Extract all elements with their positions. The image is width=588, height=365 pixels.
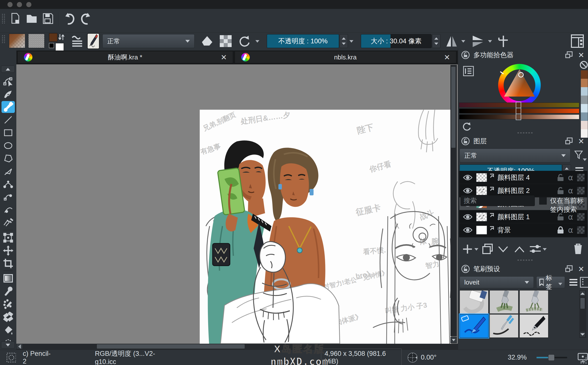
alpha-lock-icon[interactable]: α	[568, 225, 573, 235]
opacity-spinner[interactable]	[340, 34, 348, 48]
display-mode-icon[interactable]	[580, 277, 588, 288]
tab-document-2[interactable]: nbls.kra ✕	[235, 51, 456, 63]
move-layer-up-icon[interactable]	[514, 245, 525, 254]
tool-shape-select[interactable]	[1, 75, 15, 87]
open-document-button[interactable]	[26, 12, 38, 24]
float-docker-icon[interactable]	[565, 137, 573, 145]
unlock-icon[interactable]	[557, 187, 564, 194]
zoom-slider[interactable]	[537, 357, 567, 358]
saturation-bar[interactable]	[459, 108, 579, 113]
window-resize-grip[interactable]	[580, 357, 587, 364]
wrap-around-mode-button[interactable]	[497, 34, 510, 49]
inherit-alpha-icon[interactable]	[577, 174, 585, 181]
unlock-icon[interactable]	[557, 174, 564, 181]
color-history[interactable]	[581, 70, 588, 138]
layer-thumbnail[interactable]	[476, 186, 487, 195]
toolbar-drag-handle[interactable]	[2, 14, 5, 24]
layers-header[interactable]: 图层 ✕	[458, 135, 588, 148]
window-minimize-button[interactable]	[17, 2, 22, 7]
foreground-color-swatch[interactable]	[49, 33, 57, 42]
tag-filter-dropdown[interactable]: loveit	[460, 276, 534, 288]
close-docker-icon[interactable]: ✕	[578, 265, 584, 273]
vertical-scrollbar-handle[interactable]	[451, 66, 456, 148]
layer-visibility-icon[interactable]	[463, 226, 473, 234]
chevron-down-icon[interactable]	[461, 40, 465, 43]
opacity-slider[interactable]: 不透明度 : 100%	[267, 34, 339, 48]
history-swatch[interactable]	[581, 96, 588, 104]
color-triangle-cursor[interactable]	[518, 72, 524, 78]
layer-filter-icon[interactable]	[574, 151, 583, 159]
horizontal-scrollbar-handle[interactable]	[97, 344, 245, 349]
layer-row[interactable]: 颜料图层 4α	[459, 171, 587, 184]
eraser-mode-button[interactable]	[201, 36, 213, 47]
scroll-down-button[interactable]	[450, 337, 457, 343]
preset-scrollbar[interactable]	[579, 290, 586, 338]
preset-mechanical-pencil[interactable]	[490, 314, 518, 338]
selection-mode-icon[interactable]	[6, 353, 16, 363]
mirror-vertical-button[interactable]	[471, 35, 485, 48]
search-scope-checkbox[interactable]	[539, 197, 547, 205]
tool-freehand-brush[interactable]	[1, 101, 15, 113]
preset-search-input[interactable]	[461, 195, 535, 206]
tool-transform[interactable]	[1, 232, 15, 244]
rotation-angle-label[interactable]: 0.00°	[421, 354, 436, 361]
canvas-image[interactable]: 兄弟,别翻页 有急事 处刑日&……夕 陛下 支持一) 反对+3 你仔看 征服卡 …	[200, 110, 451, 344]
unlock-icon[interactable]	[557, 213, 564, 221]
layer-thumbnail[interactable]	[476, 226, 487, 235]
toolbox-scroll-down-button[interactable]	[1, 341, 15, 349]
tool-gradient[interactable]	[1, 272, 15, 284]
zoom-slider-handle[interactable]	[548, 354, 555, 361]
redo-button[interactable]	[80, 12, 92, 25]
chevron-down-icon[interactable]	[474, 248, 478, 251]
window-close-button[interactable]	[7, 2, 13, 7]
brush-presets-header[interactable]: 笔刷预设 ✕	[458, 262, 588, 275]
tool-bezier-curve[interactable]	[1, 178, 15, 190]
unlock-icon[interactable]	[461, 51, 470, 59]
close-docker-icon[interactable]: ✕	[578, 137, 584, 146]
layer-row[interactable]: 背景α	[459, 224, 587, 236]
layer-properties-icon[interactable]	[529, 244, 541, 254]
no-color-icon[interactable]	[579, 60, 588, 69]
tool-line[interactable]	[1, 114, 15, 126]
preset-scrollbar-handle[interactable]	[580, 298, 585, 309]
alpha-lock-icon[interactable]: α	[568, 173, 573, 182]
window-zoom-button[interactable]	[26, 2, 31, 7]
gradient-chooser[interactable]	[9, 34, 25, 48]
close-tab-icon[interactable]: ✕	[444, 53, 450, 62]
tool-rectangle[interactable]	[1, 127, 15, 139]
history-swatch[interactable]	[581, 104, 588, 112]
foreground-background-colors[interactable]	[49, 33, 64, 49]
workspace-chooser-button[interactable]	[571, 34, 584, 48]
new-document-button[interactable]	[10, 12, 21, 24]
float-docker-icon[interactable]	[565, 51, 573, 59]
picker-settings-icon[interactable]	[463, 66, 474, 77]
mirror-horizontal-button[interactable]	[445, 35, 458, 48]
update-color-icon[interactable]	[462, 122, 471, 132]
size-spinner[interactable]	[432, 34, 441, 48]
color-selector-header[interactable]: 多功能拾色器 ✕	[458, 49, 588, 61]
toolbox-scroll-up-button[interactable]	[1, 65, 15, 73]
add-layer-icon[interactable]	[462, 244, 473, 255]
history-swatch[interactable]	[581, 121, 588, 129]
tool-polygon[interactable]	[1, 153, 15, 164]
tool-multibrush[interactable]	[1, 217, 15, 229]
layer-blending-mode-dropdown[interactable]: 正常	[460, 149, 570, 162]
scroll-left-button[interactable]	[16, 344, 23, 349]
tool-freehand-path[interactable]	[1, 191, 15, 203]
preset-dry-bristle-brush[interactable]	[519, 290, 548, 314]
move-layer-down-icon[interactable]	[498, 245, 509, 254]
history-swatch[interactable]	[581, 79, 588, 87]
presets-menu-icon[interactable]	[569, 278, 578, 287]
layer-thumbnail[interactable]	[476, 173, 487, 182]
inherit-alpha-icon[interactable]	[577, 187, 585, 194]
color-profile-label[interactable]: RGB/透明度 (3...V2-g10.icc	[95, 349, 172, 365]
chevron-down-icon[interactable]	[255, 40, 259, 43]
chevron-down-icon[interactable]	[543, 248, 547, 251]
tag-button[interactable]: 标签	[536, 276, 565, 288]
layer-visibility-icon[interactable]	[463, 213, 473, 221]
brush-size-slider[interactable]: 大小 : 30.04 像素	[361, 34, 432, 48]
preset-blue-pencil[interactable]	[460, 314, 489, 338]
save-button[interactable]	[42, 12, 53, 24]
close-docker-icon[interactable]: ✕	[578, 51, 584, 59]
chevron-down-icon[interactable]	[349, 40, 353, 43]
